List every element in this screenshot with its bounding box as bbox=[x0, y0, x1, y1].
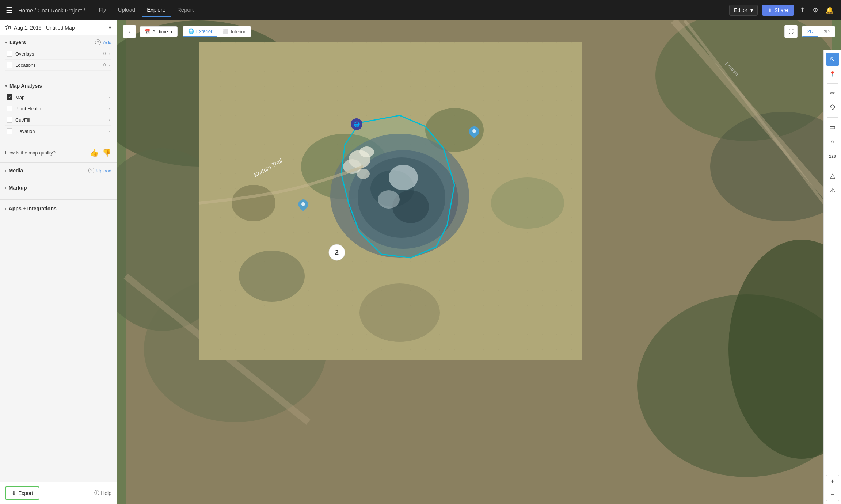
svg-point-15 bbox=[491, 177, 564, 229]
svg-point-17 bbox=[359, 283, 440, 342]
locations-count: 0 bbox=[103, 62, 106, 68]
zoom-out-button[interactable]: − bbox=[826, 488, 839, 501]
elevation-checkbox[interactable] bbox=[7, 128, 12, 134]
media-section: › Media ? Upload bbox=[0, 164, 117, 177]
circle-tool-button[interactable]: ○ bbox=[826, 135, 839, 148]
svg-point-36 bbox=[301, 202, 305, 206]
zoom-in-button[interactable]: + bbox=[826, 475, 839, 488]
divider-2 bbox=[0, 143, 117, 143]
help-button[interactable]: ⓘ Help bbox=[94, 490, 111, 496]
overlays-label: Overlays bbox=[15, 51, 100, 57]
cursor-tool-button[interactable]: ↖ bbox=[826, 53, 839, 66]
map-book-icon: 🗺 bbox=[5, 24, 11, 31]
apps-chevron-icon: › bbox=[5, 206, 7, 211]
view-tabs: 🌐 Exterior ⬜ Interior bbox=[183, 26, 251, 37]
thumbs-up-button[interactable]: 👍 bbox=[90, 148, 99, 157]
cut-fill-item[interactable]: Cut/Fill › bbox=[5, 114, 111, 126]
locations-checkbox[interactable] bbox=[7, 62, 12, 68]
map-analysis-title: Map Analysis bbox=[9, 83, 111, 89]
elevation-item[interactable]: Elevation › bbox=[5, 126, 111, 137]
overlays-count: 0 bbox=[103, 51, 106, 56]
lasso-icon bbox=[829, 104, 836, 111]
overlays-layer-item[interactable]: Overlays 0 › bbox=[5, 48, 111, 60]
markup-header[interactable]: › Markup bbox=[5, 185, 111, 191]
editor-dropdown[interactable]: Editor ▾ bbox=[729, 5, 758, 16]
pencil-tool-button[interactable]: ✏ bbox=[826, 87, 839, 100]
map-date-label: Aug 1, 2015 - Untitled Map bbox=[14, 25, 106, 31]
date-dropdown-arrow[interactable]: ▾ bbox=[109, 24, 111, 31]
map-area[interactable]: 🌐 2 Kortum Trail bbox=[117, 20, 841, 504]
analysis-chevron-icon: ▾ bbox=[5, 84, 7, 88]
pin-tool-button[interactable]: 📍 bbox=[826, 67, 839, 80]
nav-right: Editor ▾ ⇪ Share ⬆ ⚙ 🔔 bbox=[729, 5, 835, 16]
arrow-up-icon: △ bbox=[830, 172, 835, 180]
layers-add-button[interactable]: Add bbox=[103, 40, 111, 45]
plant-health-label: Plant Health bbox=[15, 106, 106, 111]
2d-3d-toggle: 2D 3D bbox=[802, 26, 835, 37]
plant-health-checkbox[interactable] bbox=[7, 106, 12, 111]
overlays-checkbox[interactable] bbox=[7, 51, 12, 57]
media-upload-button[interactable]: Upload bbox=[96, 168, 111, 173]
2d-view-button[interactable]: 2D bbox=[802, 26, 819, 37]
nav-explore[interactable]: Explore bbox=[142, 4, 171, 17]
locations-layer-item[interactable]: Locations 0 › bbox=[5, 60, 111, 71]
menu-icon[interactable]: ☰ bbox=[6, 6, 12, 15]
upload-icon[interactable]: ⬆ bbox=[798, 5, 807, 16]
svg-text:2: 2 bbox=[335, 249, 339, 256]
map-analysis-section: ▾ Map Analysis Map › Plant Health › Cut/… bbox=[0, 79, 117, 141]
sidebar-bottom: ⬇ Export ⓘ Help bbox=[0, 482, 117, 504]
export-button[interactable]: ⬇ Export bbox=[5, 486, 39, 500]
layers-info-icon[interactable]: ? bbox=[95, 39, 101, 45]
warning-icon: ⚠ bbox=[830, 186, 836, 194]
svg-point-18 bbox=[232, 185, 275, 221]
rectangle-icon: ▭ bbox=[829, 123, 836, 131]
calendar-icon: 📅 bbox=[144, 29, 150, 34]
arrow-tool-button[interactable]: △ bbox=[826, 169, 839, 182]
toolbar-divider-2 bbox=[827, 117, 838, 118]
cut-fill-label: Cut/Fill bbox=[15, 117, 106, 123]
cut-fill-chevron-icon: › bbox=[109, 118, 110, 122]
map-analysis-map-item[interactable]: Map › bbox=[5, 92, 111, 103]
layers-header[interactable]: ▾ Layers ? Add bbox=[5, 39, 111, 45]
share-button[interactable]: ⇪ Share bbox=[762, 5, 794, 16]
time-filter-dropdown[interactable]: 📅 All time ▾ bbox=[140, 26, 178, 37]
polygon-tool-button[interactable] bbox=[826, 101, 839, 114]
divider-3 bbox=[0, 162, 117, 163]
breadcrumb: Home / Goat Rock Project / bbox=[18, 7, 85, 14]
main-nav: Fly Upload Explore Report bbox=[94, 4, 199, 17]
map-svg: 🌐 2 Kortum Trail bbox=[117, 20, 841, 504]
media-info-icon[interactable]: ? bbox=[88, 168, 94, 173]
markup-chevron-icon: › bbox=[5, 186, 7, 190]
text-tool-button[interactable]: 123 bbox=[826, 150, 839, 163]
map-date-selector[interactable]: 🗺 Aug 1, 2015 - Untitled Map ▾ bbox=[0, 20, 117, 35]
toolbar-divider-1 bbox=[827, 83, 838, 84]
plant-health-item[interactable]: Plant Health › bbox=[5, 103, 111, 114]
media-header[interactable]: › Media ? Upload bbox=[5, 168, 111, 173]
map-analysis-header[interactable]: ▾ Map Analysis bbox=[5, 83, 111, 89]
sidebar: 🗺 Aug 1, 2015 - Untitled Map ▾ ▾ Layers … bbox=[0, 20, 117, 504]
warning-tool-button[interactable]: ⚠ bbox=[826, 184, 839, 197]
nav-fly[interactable]: Fly bbox=[94, 4, 111, 17]
exterior-tab[interactable]: 🌐 Exterior bbox=[183, 26, 218, 37]
notifications-icon[interactable]: 🔔 bbox=[824, 5, 835, 16]
fit-to-screen-button[interactable]: ⛶ bbox=[784, 25, 798, 38]
overlays-chevron-icon: › bbox=[109, 51, 110, 56]
nav-upload[interactable]: Upload bbox=[113, 4, 141, 17]
map-quality-section: How is the map quality? 👍 👎 bbox=[0, 145, 117, 161]
settings-icon[interactable]: ⚙ bbox=[811, 5, 820, 16]
map-background: 🌐 2 Kortum Trail bbox=[117, 20, 841, 504]
apps-header[interactable]: › Apps + Integrations bbox=[5, 206, 111, 211]
thumbs-down-button[interactable]: 👎 bbox=[102, 148, 111, 157]
rectangle-tool-button[interactable]: ▭ bbox=[826, 121, 839, 134]
collapse-sidebar-button[interactable]: ‹ bbox=[123, 25, 136, 38]
divider-4 bbox=[0, 179, 117, 179]
map-checkbox[interactable] bbox=[7, 94, 12, 100]
interior-tab[interactable]: ⬜ Interior bbox=[217, 26, 250, 37]
time-filter-chevron-icon: ▾ bbox=[170, 29, 173, 34]
nav-report[interactable]: Report bbox=[172, 4, 199, 17]
3d-view-button[interactable]: 3D bbox=[818, 26, 835, 37]
divider-1 bbox=[0, 77, 117, 77]
help-circle-icon: ⓘ bbox=[94, 490, 99, 496]
cut-fill-checkbox[interactable] bbox=[7, 117, 12, 123]
elevation-chevron-icon: › bbox=[109, 129, 110, 133]
